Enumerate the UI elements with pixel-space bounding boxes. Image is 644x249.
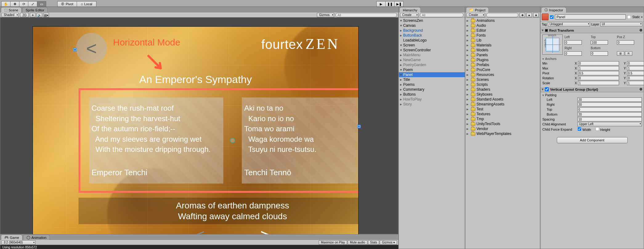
- foldout-arrow-icon[interactable]: [400, 82, 403, 87]
- scene-view[interactable]: < Horizontal Mode fourtexZEN An Emperor'…: [0, 18, 398, 234]
- spacing-field[interactable]: [577, 117, 642, 121]
- anchor-max-x[interactable]: [578, 66, 619, 70]
- rt-right[interactable]: [565, 51, 582, 56]
- project-folder[interactable]: Standard Assets: [465, 97, 540, 102]
- project-folder[interactable]: Models: [465, 48, 540, 53]
- hierarchy-item[interactable]: Buttons: [399, 92, 465, 97]
- local-toggle[interactable]: ⌂Local: [77, 1, 96, 7]
- rt-top[interactable]: [591, 40, 608, 45]
- tab-inspector[interactable]: ⓘInspector: [541, 7, 566, 13]
- foldout-arrow-icon[interactable]: [467, 132, 470, 136]
- rot-y[interactable]: [627, 76, 644, 80]
- foldout-arrow-icon[interactable]: [467, 43, 470, 47]
- child-alignment-dropdown[interactable]: Upper Left: [577, 122, 642, 126]
- foldout-arrow-icon[interactable]: [467, 97, 470, 101]
- foldout-arrow-icon[interactable]: [400, 87, 403, 92]
- foldout-arrow-icon[interactable]: [400, 28, 403, 33]
- foldout-arrow-icon[interactable]: [467, 82, 470, 87]
- hierarchy-item[interactable]: Panel: [399, 72, 465, 77]
- blueprint-mode-button[interactable]: ⊞: [617, 51, 624, 56]
- hierarchy-item[interactable]: Title: [399, 77, 465, 82]
- tab-game[interactable]: 🎮Game: [1, 235, 22, 240]
- project-folder[interactable]: Fonts: [465, 33, 540, 38]
- maximize-on-play-toggle[interactable]: Maximize on Play: [319, 240, 347, 245]
- pad-right[interactable]: [577, 102, 642, 107]
- project-folder[interactable]: Vendor: [465, 126, 540, 131]
- scale-tool[interactable]: ⤢: [28, 1, 37, 7]
- scene-search[interactable]: [335, 13, 397, 17]
- foldout-arrow-icon[interactable]: [467, 23, 470, 28]
- project-search[interactable]: [486, 13, 518, 17]
- foldout-arrow-icon[interactable]: [467, 73, 470, 77]
- anchor-min-x[interactable]: [578, 61, 619, 65]
- hand-tool[interactable]: ✋: [1, 1, 10, 7]
- hierarchy-tree[interactable]: ScreensZenCanvasBackgroundButtonBackLoad…: [399, 18, 465, 249]
- mode-2d-toggle[interactable]: 2D: [20, 13, 29, 17]
- hierarchy-item[interactable]: HowToPlay: [399, 97, 465, 102]
- foldout-arrow-icon[interactable]: [400, 53, 403, 57]
- hierarchy-item[interactable]: Commentary: [399, 87, 465, 92]
- gizmos-dropdown[interactable]: Gizmos: [317, 13, 334, 17]
- foldout-arrow-icon[interactable]: [400, 33, 403, 38]
- project-folder[interactable]: Panels: [465, 53, 540, 57]
- foldout-arrow-icon[interactable]: [467, 122, 470, 126]
- pad-top[interactable]: [577, 107, 642, 112]
- foldout-arrow-icon[interactable]: [467, 48, 470, 52]
- hierarchy-item[interactable]: ScreensZen: [399, 18, 465, 23]
- hierarchy-item[interactable]: Screen: [399, 43, 465, 48]
- project-folder[interactable]: Test: [465, 107, 540, 112]
- foldout-arrow-icon[interactable]: [467, 68, 470, 72]
- foldout-arrow-icon[interactable]: [467, 58, 470, 62]
- hierarchy-item[interactable]: Story: [399, 102, 465, 107]
- foldout-arrow-icon[interactable]: [400, 102, 403, 106]
- padding-foldout[interactable]: Padding: [542, 93, 642, 97]
- transform-gizmo-icon[interactable]: [230, 138, 235, 143]
- project-folder[interactable]: Scripts: [465, 82, 540, 87]
- mute-audio-toggle[interactable]: Mute audio: [348, 240, 367, 245]
- rotate-tool[interactable]: ⟳: [19, 1, 28, 7]
- hierarchy-item[interactable]: MainMenu: [399, 53, 465, 57]
- scale-y[interactable]: [627, 81, 644, 85]
- foldout-arrow-icon[interactable]: [400, 63, 403, 67]
- foldout-arrow-icon[interactable]: [467, 38, 470, 42]
- back-button[interactable]: <: [76, 33, 107, 64]
- project-folder[interactable]: Shaders: [465, 87, 540, 92]
- hierarchy-item[interactable]: Background: [399, 28, 465, 33]
- foldout-arrow-icon[interactable]: [400, 18, 403, 23]
- project-folder[interactable]: StreamingAssets: [465, 102, 540, 107]
- selection-handle[interactable]: [74, 48, 76, 51]
- project-folder[interactable]: Tmp: [465, 117, 540, 121]
- rect-tool[interactable]: ▭: [37, 1, 46, 7]
- hierarchy-item[interactable]: Poem: [399, 67, 465, 72]
- scene-audio-toggle[interactable]: 🔈: [37, 13, 42, 17]
- scene-fx-toggle[interactable]: ▤▾: [43, 13, 49, 17]
- play-button[interactable]: ▶: [376, 1, 386, 7]
- foldout-arrow-icon[interactable]: [467, 102, 470, 106]
- rt-left[interactable]: [565, 40, 582, 45]
- hierarchy-item[interactable]: LoadableLogo: [399, 38, 465, 43]
- foldout-arrow-icon[interactable]: [467, 53, 470, 57]
- project-folder[interactable]: Audio: [465, 23, 540, 28]
- anchor-preset-button[interactable]: [542, 34, 563, 55]
- anchors-foldout[interactable]: Anchors: [542, 57, 642, 61]
- foldout-arrow-icon[interactable]: [467, 77, 470, 82]
- hierarchy-item[interactable]: Poems: [399, 82, 465, 87]
- gear-icon[interactable]: ⚙: [639, 87, 642, 91]
- foldout-arrow-icon[interactable]: [400, 73, 403, 77]
- project-folder[interactable]: ProCore: [465, 67, 540, 72]
- selected-panel-outline[interactable]: Coarse the rush-mat roof Sheltering the …: [79, 88, 359, 193]
- foldout-arrow-icon[interactable]: [467, 127, 470, 131]
- foldout-arrow-icon[interactable]: [400, 58, 403, 62]
- gameobject-active-checkbox[interactable]: [550, 15, 554, 19]
- project-folder[interactable]: Lib: [465, 38, 540, 43]
- project-list[interactable]: AnimationsAudioEditorFontsLibMaterialsMo…: [465, 18, 540, 249]
- hierarchy-item[interactable]: ButtonBack: [399, 33, 465, 38]
- layer-dropdown[interactable]: UI: [600, 22, 642, 26]
- foldout-arrow-icon[interactable]: [400, 92, 403, 97]
- project-folder[interactable]: UnityTestTools: [465, 121, 540, 126]
- stats-toggle[interactable]: Stats: [368, 240, 379, 245]
- gear-icon[interactable]: ⚙: [639, 28, 642, 32]
- add-component-button[interactable]: Add Component: [557, 137, 628, 143]
- tag-dropdown[interactable]: Untagged: [548, 22, 590, 26]
- tab-animation[interactable]: ◯Animation: [23, 235, 50, 240]
